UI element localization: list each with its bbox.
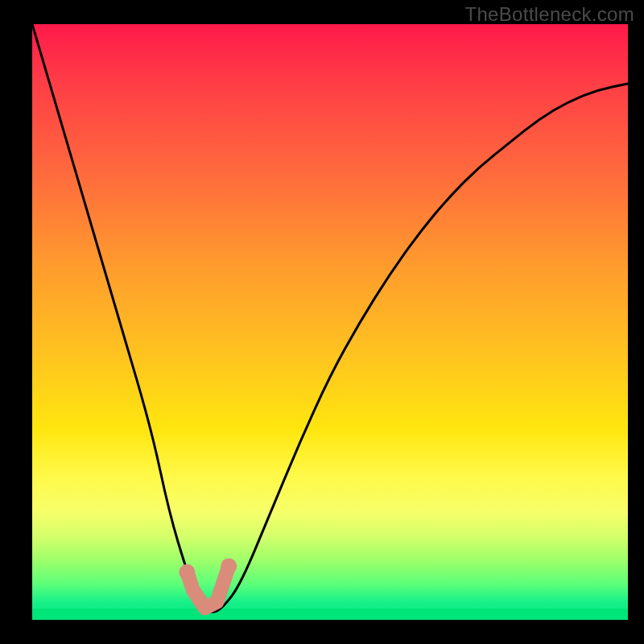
curve-svg	[32, 24, 628, 620]
marker-left-shoulder	[179, 564, 195, 580]
bottleneck-curve	[32, 24, 628, 612]
chart-frame: TheBottleneck.com	[0, 0, 644, 644]
plot-area	[32, 24, 628, 620]
marker-right-shoulder	[221, 558, 237, 574]
watermark-text: TheBottleneck.com	[464, 3, 634, 26]
